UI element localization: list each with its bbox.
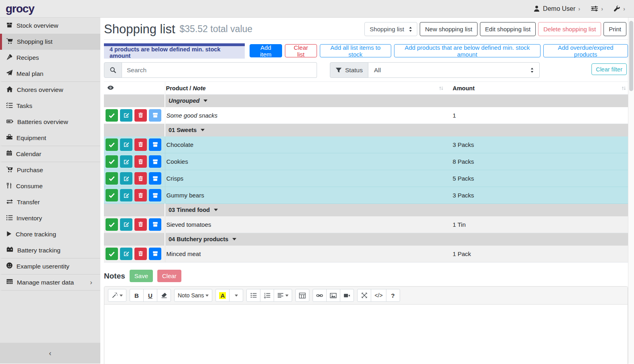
delete-item-button[interactable] xyxy=(134,109,147,122)
edit-item-button[interactable] xyxy=(120,109,132,122)
edit-item-button[interactable] xyxy=(120,155,132,168)
delete-item-button[interactable] xyxy=(134,218,147,231)
fullscreen-button[interactable] xyxy=(357,289,371,302)
delete-shopping-list-button[interactable]: Delete shopping list xyxy=(538,22,601,36)
add-to-stock-button[interactable] xyxy=(149,189,161,201)
sidebar-item-inventory[interactable]: Inventory xyxy=(0,210,100,226)
code-view-button[interactable]: </> xyxy=(371,289,386,302)
unordered-list-button[interactable] xyxy=(246,289,260,302)
edit-item-button[interactable] xyxy=(120,138,132,151)
add-below-min-button[interactable]: Add products that are below defined min.… xyxy=(394,44,541,57)
sidebar-item-manage-master-data[interactable]: Manage master data› xyxy=(0,275,100,291)
mark-done-button[interactable] xyxy=(106,189,118,201)
mark-done-button[interactable] xyxy=(106,248,118,260)
bold-button[interactable]: B xyxy=(130,289,144,302)
product-group-row[interactable]: Ungrouped xyxy=(104,95,628,107)
mark-done-button[interactable] xyxy=(106,109,118,122)
sidebar-item-example-userentity[interactable]: Example userentity xyxy=(0,258,100,275)
sidebar-item-battery-tracking[interactable]: Battery tracking xyxy=(0,242,100,258)
search-input[interactable] xyxy=(122,62,317,78)
edit-item-button[interactable] xyxy=(120,248,132,260)
insert-video-button[interactable] xyxy=(340,289,354,302)
sidebar-item-chores-overview[interactable]: Chores overview xyxy=(0,82,100,98)
sidebar-item-label: Chore tracking xyxy=(16,231,56,238)
user-menu[interactable]: Demo User › xyxy=(533,5,580,12)
edit-item-button[interactable] xyxy=(120,172,132,185)
paragraph-align-button[interactable] xyxy=(274,289,292,302)
sidebar-item-label: Equipment xyxy=(16,134,46,142)
clear-filter-button[interactable]: Clear filter xyxy=(591,63,627,75)
font-family-button[interactable]: Noto Sans xyxy=(174,289,212,302)
add-overdue-button[interactable]: Add overdue/expired products xyxy=(543,44,628,57)
sidebar-item-label: Stock overview xyxy=(16,22,58,29)
sidebar-item-transfer[interactable]: Transfer xyxy=(0,194,100,210)
notes-clear-button[interactable]: Clear xyxy=(157,270,181,282)
mark-done-button[interactable] xyxy=(106,155,118,168)
ul-icon xyxy=(250,292,257,299)
sidebar-item-shopping-list[interactable]: Shopping list xyxy=(0,34,100,50)
underline-button[interactable]: U xyxy=(143,289,157,302)
delete-item-button[interactable] xyxy=(134,155,147,168)
mark-done-button[interactable] xyxy=(106,138,118,151)
clear-list-button[interactable]: Clear list xyxy=(285,44,317,57)
admin-menu[interactable]: › xyxy=(614,5,625,12)
clear-format-button[interactable] xyxy=(157,289,171,302)
sidebar-item-label: Shopping list xyxy=(17,38,53,45)
shopping-list-select[interactable]: Shopping list xyxy=(364,22,417,36)
text-color-button[interactable]: A xyxy=(215,289,230,302)
insert-table-button[interactable] xyxy=(295,289,309,302)
wrench-icon xyxy=(614,5,620,12)
add-to-stock-button[interactable] xyxy=(149,248,161,260)
sidebar-item-recipes[interactable]: Recipes xyxy=(0,50,100,66)
sidebar-collapse-button[interactable]: ‹ xyxy=(0,343,100,364)
scrollbar-thumb[interactable] xyxy=(629,21,633,91)
magic-style-button[interactable] xyxy=(108,289,126,302)
add-to-stock-button[interactable] xyxy=(149,172,161,185)
sidebar-item-stock-overview[interactable]: Stock overview xyxy=(0,18,100,34)
insert-link-button[interactable] xyxy=(313,289,327,302)
delete-item-button[interactable] xyxy=(134,189,147,201)
edit-item-button[interactable] xyxy=(120,189,132,201)
product-group-row[interactable]: 04 Butchery products xyxy=(104,233,628,246)
sidebar-item-purchase[interactable]: Purchase xyxy=(0,162,100,178)
help-button[interactable]: ? xyxy=(386,289,400,302)
add-to-stock-button[interactable] xyxy=(149,109,161,122)
toolbox-icon xyxy=(6,134,13,142)
insert-image-button[interactable] xyxy=(326,289,340,302)
notes-editor-body[interactable] xyxy=(104,305,628,364)
text-color-caret-button[interactable] xyxy=(229,289,243,302)
sidebar-item-consume[interactable]: Consume xyxy=(0,178,100,194)
amount-column-header[interactable]: Amount xyxy=(449,82,628,95)
sidebar-item-batteries-overview[interactable]: Batteries overview xyxy=(0,114,100,130)
sidebar-item-chore-tracking[interactable]: Chore tracking xyxy=(0,226,100,242)
delete-item-button[interactable] xyxy=(134,138,147,151)
notes-save-button[interactable]: Save xyxy=(130,270,153,282)
sidebar-item-meal-plan[interactable]: Meal plan xyxy=(0,66,100,82)
vertical-scrollbar[interactable] xyxy=(628,18,634,364)
ordered-list-button[interactable] xyxy=(260,289,274,302)
product-group-row[interactable]: 03 Tinned food xyxy=(104,204,628,216)
add-to-stock-button[interactable] xyxy=(149,155,161,168)
delete-item-button[interactable] xyxy=(134,248,147,260)
mark-done-button[interactable] xyxy=(106,172,118,185)
sidebar-item-calendar[interactable]: Calendar xyxy=(0,146,100,162)
delete-item-button[interactable] xyxy=(134,172,147,185)
sort-icon[interactable] xyxy=(621,85,626,92)
sidebar-item-tasks[interactable]: Tasks xyxy=(0,98,100,114)
settings-menu[interactable]: › xyxy=(591,5,603,12)
mark-done-button[interactable] xyxy=(106,218,118,231)
add-to-stock-button[interactable] xyxy=(149,218,161,231)
sidebar-item-equipment[interactable]: Equipment xyxy=(0,130,100,146)
edit-item-button[interactable] xyxy=(120,218,132,231)
status-select[interactable]: All xyxy=(368,62,540,78)
product-amount: 3 Packs xyxy=(449,187,628,204)
new-shopping-list-button[interactable]: New shopping list xyxy=(420,22,478,36)
add-to-stock-button[interactable] xyxy=(149,138,161,151)
sort-icon[interactable] xyxy=(439,85,444,92)
edit-shopping-list-button[interactable]: Edit shopping list xyxy=(480,22,536,36)
product-column-header[interactable]: Product / Note xyxy=(165,82,449,95)
product-group-row[interactable]: 01 Sweets xyxy=(104,124,628,136)
add-all-to-stock-button[interactable]: Add all list items to stock xyxy=(320,44,391,57)
print-button[interactable]: Print xyxy=(604,22,626,36)
add-item-button[interactable]: Add item xyxy=(250,44,282,57)
